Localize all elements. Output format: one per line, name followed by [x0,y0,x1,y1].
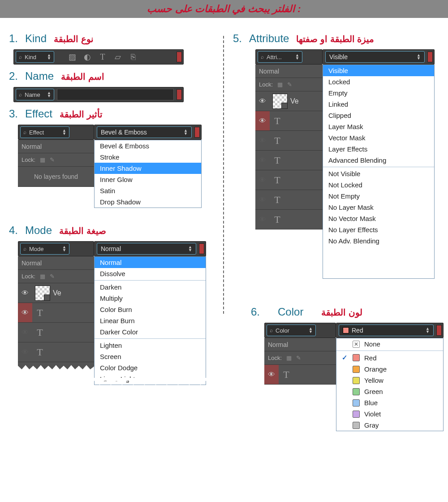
smart-object-icon[interactable]: ⎘ [129,52,138,61]
type-layer-icon[interactable]: T [98,52,107,61]
filter-color-button[interactable]: ⌕ Color ▲▼ [267,325,316,336]
layer-row[interactable]: 👁 T [255,170,323,190]
attribute-option[interactable]: Linked [323,99,434,110]
effect-option[interactable]: Bevel & Emboss [95,140,201,151]
lock-paint-icon[interactable]: ✎ [296,355,301,361]
color-option[interactable]: Yellow [336,375,443,386]
mode-option[interactable]: Color Burn [95,304,206,315]
color-option[interactable]: Blue [336,397,443,408]
effect-option[interactable]: Stroke [95,151,201,163]
effect-option[interactable]: Drop Shadow [95,196,201,208]
mode-option[interactable]: Darken [95,281,206,293]
attribute-option[interactable]: No Layer Mask [323,202,434,213]
filter-toggle[interactable] [199,243,204,254]
color-option[interactable]: ✓Red [336,352,443,364]
mode-option[interactable]: Dissolve [95,268,206,279]
type-layer-thumb[interactable]: T [32,305,47,320]
name-search-input[interactable] [57,89,174,100]
attribute-option[interactable]: Not Visible [323,168,434,179]
mode-option[interactable]: Linear Burn [95,315,206,326]
layer-row[interactable]: 👁 T [18,303,94,323]
filter-mode-button[interactable]: ⌕ Mode ▲▼ [20,243,69,255]
visibility-eye-icon[interactable]: 👁 [18,303,32,322]
visibility-eye-icon[interactable]: 👁 [18,329,32,337]
attribute-option[interactable]: Locked [323,76,434,87]
lock-transparent-icon[interactable]: ▦ [40,156,45,163]
color-select[interactable]: Red ▲▼ [339,325,434,336]
blend-mode-row[interactable]: Normal [18,256,94,270]
type-layer-thumb[interactable]: T [32,345,47,360]
effect-option[interactable]: Satin [95,185,201,196]
color-option[interactable]: Orange [336,364,443,375]
color-option[interactable]: Green [336,386,443,397]
mode-option[interactable]: Screen [95,351,206,362]
filter-toggle[interactable] [177,52,182,62]
filter-attribute-button[interactable]: ⌕ Attri... ▲▼ [258,51,302,63]
mode-option[interactable]: Multiply [95,293,206,304]
type-layer-thumb[interactable]: T [279,367,294,382]
layer-row[interactable]: 👁 T [264,365,336,385]
attribute-option[interactable]: No Adv. Blending [323,235,434,247]
layer-row[interactable]: 👁 T [255,190,323,210]
lock-transparent-icon[interactable]: ▦ [286,355,292,361]
attribute-option[interactable]: Empty [323,87,434,99]
blend-mode-row[interactable]: Normal [18,140,94,153]
filter-name-button[interactable]: ⌕ Name ▲▼ [16,89,54,100]
filter-toggle[interactable] [436,325,442,336]
filter-toggle[interactable] [177,89,182,100]
type-layer-thumb[interactable]: T [270,173,285,188]
layer-row[interactable]: 👁 T [18,323,94,342]
layer-thumbnail[interactable] [272,94,288,109]
attribute-option[interactable]: Clipped [323,110,434,121]
visibility-eye-icon[interactable]: 👁 [18,348,32,356]
adjustment-layer-icon[interactable]: ◐ [83,52,92,61]
mode-option[interactable]: Color Dodge [95,362,206,373]
visibility-eye-icon[interactable]: 👁 [255,216,270,224]
color-option[interactable]: Violet [336,408,443,420]
mode-option[interactable]: Darker Color [95,326,206,338]
layer-row[interactable]: 👁 Ve [18,283,94,303]
layer-row[interactable]: 👁 T [255,111,323,131]
layer-row[interactable]: 👁 Ve [255,91,323,111]
filter-effect-button[interactable]: ⌕ Effect ▲▼ [20,126,69,138]
attribute-option[interactable]: Layer Mask [323,121,434,132]
filter-kind-button[interactable]: ⌕ Kind ▲▼ [16,51,54,63]
filter-toggle[interactable] [194,127,200,138]
type-layer-thumb[interactable]: T [32,325,47,340]
mode-select[interactable]: Normal ▲▼ [97,243,196,255]
attribute-option[interactable]: Layer Effects [323,143,434,155]
blend-mode-row[interactable]: Normal [255,65,323,78]
visibility-eye-icon[interactable]: 👁 [255,111,270,130]
visibility-eye-icon[interactable]: 👁 [255,156,270,164]
pixel-layer-icon[interactable]: ▨ [68,52,77,61]
lock-paint-icon[interactable]: ✎ [50,273,55,280]
visibility-eye-icon[interactable]: 👁 [255,196,270,204]
lock-paint-icon[interactable]: ✎ [287,81,292,88]
type-layer-thumb[interactable]: T [270,113,285,129]
visibility-eye-icon[interactable]: 👁 [255,97,270,105]
mode-option[interactable]: Normal [95,257,206,268]
layer-row[interactable]: 👁 T [255,131,323,151]
attribute-option[interactable]: Not Empty [323,190,434,202]
layer-thumbnail[interactable] [35,286,50,301]
type-layer-thumb[interactable]: T [270,212,285,227]
effect-option[interactable]: Inner Shadow [95,163,201,174]
visibility-eye-icon[interactable]: 👁 [264,365,279,384]
effect-select[interactable]: Bevel & Emboss ▲▼ [97,126,192,138]
type-layer-thumb[interactable]: T [270,153,285,168]
shape-layer-icon[interactable]: ▱ [113,52,122,61]
mode-option[interactable]: Lighten [95,340,206,351]
layer-row[interactable]: 👁 T [255,210,323,229]
type-layer-thumb[interactable]: T [270,192,285,208]
attribute-option[interactable]: Visible [323,65,434,76]
layer-row[interactable]: 👁 T [255,151,323,170]
attribute-option[interactable]: No Vector Mask [323,213,434,224]
attribute-option[interactable]: No Layer Effects [323,224,434,235]
effect-option[interactable]: Inner Glow [95,174,201,185]
attribute-select[interactable]: Visible ▲▼ [325,51,425,63]
blend-mode-row[interactable]: Normal [264,338,336,351]
lock-transparent-icon[interactable]: ▦ [277,81,283,88]
layer-row[interactable]: 👁 T [18,342,94,362]
lock-transparent-icon[interactable]: ▦ [40,273,45,280]
color-option-none[interactable]: ✕None [336,338,443,350]
